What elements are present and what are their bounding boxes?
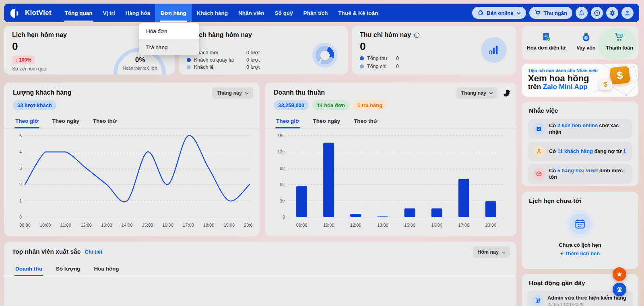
revenue-period-select[interactable]: Tháng này [456,87,497,99]
legend-label: Khách lẻ [194,64,243,70]
gauge-value: 0% [108,56,172,64]
svg-text:15:00: 15:00 [404,223,415,227]
brand[interactable]: KiotViet [4,8,60,19]
svg-text:5: 5 [19,133,22,138]
info-icon[interactable] [414,32,420,38]
svg-text:10:00: 10:00 [40,223,51,227]
quick-action-e-invoice[interactable]: Hóa đơn điện tử [527,32,566,51]
svg-text:4: 4 [19,149,22,154]
empty-state-text: Chưa có lịch hẹn [522,242,638,248]
top-staff-detail-link[interactable]: Chi tiết [85,249,102,255]
svg-text:K: K [621,35,623,37]
menu-item-tra-hang[interactable]: Trả hàng [139,39,199,55]
menu-item-hoa-don[interactable]: Hóa đơn [139,23,199,39]
tab-theo-ngay[interactable]: Theo ngày [52,116,80,128]
top-staff-period-select[interactable]: Hôm nay [473,246,510,258]
nav-item-vi-tri[interactable]: Vị trí [98,4,120,22]
chevron-down-icon [502,251,506,254]
legend-value: 0 lượt [246,64,260,70]
nav-item-so-quy[interactable]: Sổ quỹ [269,4,298,22]
nav-item-hang-hoa[interactable]: Hàng hóa [120,4,156,22]
tab-hoa-hong[interactable]: Hoa hồng [93,263,120,276]
svg-text:?: ? [596,11,598,15]
svg-text:10:00: 10:00 [323,223,334,227]
tab-so-luong[interactable]: Số lượng [55,263,81,276]
svg-text:0: 0 [283,215,285,219]
reminder-text: Có 2 lịch hẹn online chờ xác nhận [549,122,627,135]
settings-button[interactable] [606,7,618,19]
svg-text:9tr: 9tr [280,166,285,171]
star-icon: ★ [616,270,622,279]
legend-label: Khách cũ quay lại [194,57,243,63]
revenue-tabs: Theo giờ Theo ngày Theo thứ [265,116,516,128]
tab-doanh-thu[interactable]: Doanh thu [14,263,43,276]
tab-theo-gio[interactable]: Theo giờ [14,116,39,128]
quick-action-vay-von[interactable]: $ Vay vốn [576,32,595,51]
svg-text:15:00: 15:00 [142,223,153,227]
nav-item-thue-ke-toan[interactable]: Thuế & Kế toán [333,4,383,22]
chevron-down-icon [516,12,521,14]
revenue-card-title: Doanh thu thuần [274,89,325,96]
bell-icon [578,10,585,16]
svg-text:16:00: 16:00 [162,223,173,227]
pie-chart-toggle-icon[interactable] [502,89,510,97]
notifications-button[interactable] [576,7,588,19]
legend-row-total-expense: Tổng chi 0 [360,64,399,69]
revenue-bar-chart: 03tr6tr9tr12tr15tr00:0010:0012:0013:0015… [273,130,508,230]
quick-action-thanh-toan[interactable]: K Thanh toán [606,32,633,51]
question-icon: ? [594,10,601,17]
tab-theo-thu[interactable]: Theo thứ [92,116,118,128]
reminder-online-appointments[interactable]: Có 2 lịch hẹn online chờ xác nhận [528,119,632,139]
support-fab-button[interactable] [613,283,626,296]
svg-text:15tr: 15tr [277,133,285,138]
tab-theo-gio[interactable]: Theo giờ [275,116,300,128]
cashflow-card-title: Thu chi hôm nay [360,31,411,39]
period-value: Tháng này [217,90,242,96]
nav-item-tong-quan[interactable]: Tổng quan [60,4,98,22]
calendar-check-icon [533,123,545,135]
tab-theo-ngay[interactable]: Theo ngày [312,116,341,128]
reminder-stock-over-limit[interactable]: Có 5 hàng hóa vượt định mức tồn [528,164,632,184]
add-appointment-link[interactable]: + Thêm lịch hẹn [522,250,638,256]
customers-today-card: Khách hàng hôm nay Khách mới 0 lượt Khác… [179,26,348,74]
profile-button[interactable] [621,7,634,19]
svg-text:23:00: 23:00 [485,223,497,227]
legend-row-walkin-customers: Khách lẻ 0 lượt [187,64,279,70]
revenue-chart-card: Doanh thu thuần Tháng này 33,259,000 14 … [265,83,516,236]
quick-actions-card: Hóa đơn điện tử $ Vay vốn K Thanh toán [522,26,638,60]
nav-item-don-hang[interactable]: Đơn hàng [155,4,192,22]
tab-theo-thu[interactable]: Theo thứ [353,116,378,128]
order-dropdown-menu: Hóa đơn Trả hàng [139,23,199,55]
svg-text:18:00: 18:00 [203,223,215,227]
reminder-text: Có 5 hàng hóa vượt định mức tồn [549,167,627,180]
appointments-card-title: Lịch hẹn hôm nay [12,31,67,39]
visitors-period-select[interactable]: Tháng này [212,87,253,99]
svg-text:1: 1 [19,198,22,203]
thu-ngan-button[interactable]: Thu ngân [529,7,573,19]
zalo-promo-banner[interactable]: Tiện ích mới dành cho Nhân viên Xem hoa … [522,64,638,97]
svg-text:12:00: 12:00 [350,223,361,227]
empty-calendar-icon [566,210,594,238]
headset-icon [616,286,623,294]
legend-value: 0 [396,64,399,69]
legend-label: Tổng thu [367,56,393,61]
help-button[interactable]: ? [591,7,603,19]
nav-item-phan-tich[interactable]: Phân tích [298,4,333,22]
svg-text:19:00: 19:00 [224,223,235,227]
svg-text:12tr: 12tr [277,149,285,154]
reminder-debt-customers[interactable]: Có 11 khách hàng đang nợ từ 1 [528,142,632,161]
nav-item-nhan-vien[interactable]: Nhân viên [233,4,270,22]
ban-online-button[interactable]: Bán online [472,7,526,19]
gear-icon [609,10,616,17]
period-value: Hôm nay [477,249,499,255]
kiotviet-logo-icon [10,8,21,19]
e-invoice-icon [541,32,552,42]
svg-text:3: 3 [19,166,22,171]
banner-headline: Xem hoa hồng [528,74,598,83]
top-staff-tabs: Doanh thu Số lượng Hoa hồng [4,263,516,276]
rewards-fab-button[interactable]: ★ [613,267,626,281]
nav-item-khach-hang[interactable]: Khách hàng [192,4,233,22]
person-icon [533,145,545,157]
top-navbar: KiotViet Tổng quan Vị trí Hàng hóa Đơn h… [4,4,639,22]
invoice-count-badge: 14 hóa đơn [312,100,349,110]
